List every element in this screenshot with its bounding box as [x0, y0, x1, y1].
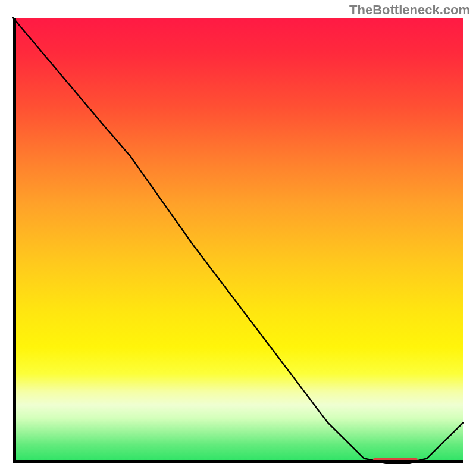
axes-border: [13, 18, 463, 463]
watermark-text: TheBottleneck.com: [349, 2, 470, 18]
chart-container: TheBottleneck.com: [0, 0, 476, 476]
plot-area: [13, 18, 463, 463]
